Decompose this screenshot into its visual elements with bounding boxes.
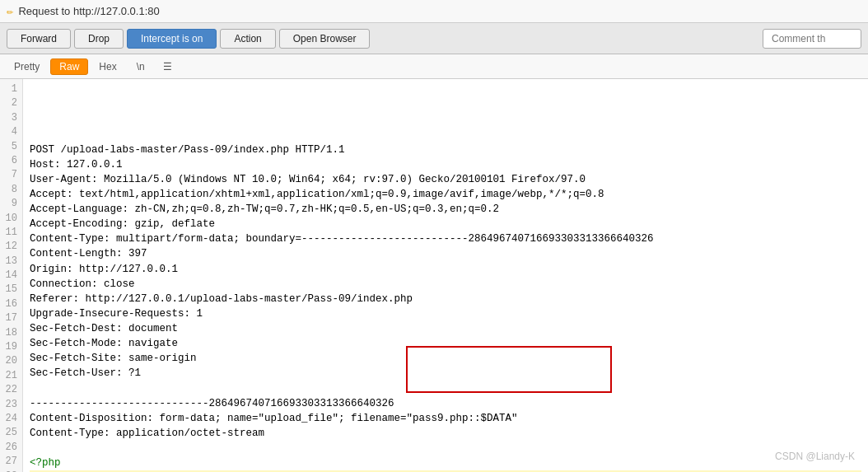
code-line: Sec-Fetch-Mode: navigate <box>30 336 861 351</box>
code-line: -----------------------------28649674071… <box>30 396 861 411</box>
sub-toolbar: Pretty Raw Hex \n ☰ <box>0 54 868 79</box>
window-title: Request to http://127.0.0.1:80 <box>18 5 159 17</box>
content-area: 1234567891011121314151617181920212223242… <box>0 79 868 472</box>
hex-button[interactable]: Hex <box>90 58 125 75</box>
code-line: Sec-Fetch-User: ?1 <box>30 366 861 381</box>
edit-icon: ✏ <box>7 4 13 18</box>
code-line: User-Agent: Mozilla/5.0 (Windows NT 10.0… <box>30 172 861 187</box>
code-line: Accept: text/html,application/xhtml+xml,… <box>30 187 861 202</box>
code-line: Accept-Encoding: gzip, deflate <box>30 217 861 231</box>
action-button[interactable]: Action <box>220 29 275 49</box>
comment-input[interactable] <box>763 29 861 49</box>
code-line: Sec-Fetch-Site: same-origin <box>30 351 861 366</box>
intercept-button[interactable]: Intercept is on <box>127 29 217 49</box>
code-line: Sec-Fetch-Dest: document <box>30 321 861 336</box>
code-line: Upgrade-Insecure-Requests: 1 <box>30 306 861 321</box>
code-line: <?php <box>30 456 861 470</box>
code-line: Accept-Language: zh-CN,zh;q=0.8,zh-TW;q=… <box>30 202 861 217</box>
toolbar: Forward Drop Intercept is on Action Open… <box>0 23 868 54</box>
title-bar: ✏ Request to http://127.0.0.1:80 <box>0 0 868 23</box>
code-line: Host: 127.0.0.1 <box>30 157 861 172</box>
menu-icon[interactable]: ☰ <box>156 58 180 75</box>
code-line: Content-Disposition: form-data; name="up… <box>30 411 861 426</box>
code-line: Referer: http://127.0.0.1/upload-labs-ma… <box>30 292 861 306</box>
code-line <box>30 381 861 396</box>
forward-button[interactable]: Forward <box>7 29 71 49</box>
line-numbers: 1234567891011121314151617181920212223242… <box>0 79 23 472</box>
raw-button[interactable]: Raw <box>50 58 88 75</box>
code-line: Content-Length: 397 <box>30 246 861 261</box>
code-line: Connection: close <box>30 277 861 292</box>
drop-button[interactable]: Drop <box>74 29 124 49</box>
code-line <box>30 441 861 456</box>
open-browser-button[interactable]: Open Browser <box>279 29 371 49</box>
code-line: Origin: http://127.0.0.1 <box>30 262 861 277</box>
code-area[interactable]: POST /upload-labs-master/Pass-09/index.p… <box>23 79 868 472</box>
code-line: POST /upload-labs-master/Pass-09/index.p… <box>30 143 861 157</box>
code-line: Content-Type: multipart/form-data; bound… <box>30 231 861 246</box>
newline-button[interactable]: \n <box>128 58 154 75</box>
code-line: Content-Type: application/octet-stream <box>30 426 861 441</box>
pretty-button[interactable]: Pretty <box>5 58 49 75</box>
